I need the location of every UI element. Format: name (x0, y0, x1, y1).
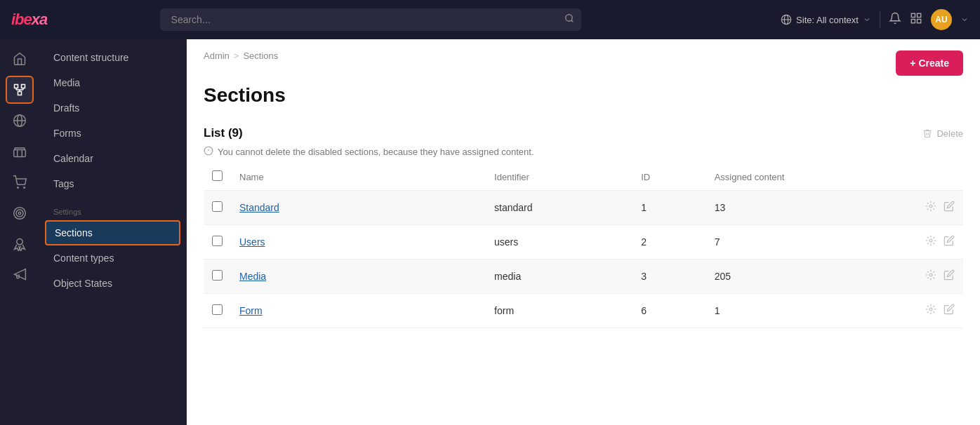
svg-rect-7 (911, 19, 915, 22)
sidebar-item-drafts[interactable]: Drafts (39, 95, 186, 121)
sidebar-icon-target[interactable] (6, 199, 34, 227)
svg-point-21 (24, 187, 25, 189)
row-assign-icon[interactable] (925, 304, 936, 318)
svg-line-1 (571, 20, 573, 22)
svg-rect-10 (22, 85, 25, 88)
avatar[interactable]: AU (931, 9, 952, 30)
row-edit-icon[interactable] (943, 269, 955, 283)
row-actions-cell (853, 225, 963, 259)
sidebar-item-calendar[interactable]: Calendar (39, 146, 186, 171)
sidebar-icon-home[interactable] (6, 45, 34, 73)
delete-button[interactable]: Delete (922, 128, 963, 139)
sidebar-icon-structure[interactable] (6, 76, 34, 104)
warning-text: You cannot delete the disabled sections,… (218, 147, 534, 157)
row-checkbox-cell (204, 225, 231, 259)
row-checkbox[interactable] (212, 201, 223, 212)
list-section: List (9) Delete You cannot delete the di… (204, 118, 963, 328)
sidebar-item-content-structure[interactable]: Content structure (39, 45, 186, 70)
sidebar-item-content-types[interactable]: Content types (39, 245, 186, 271)
th-assigned-content: Assigned content (706, 163, 853, 191)
search-input[interactable] (160, 8, 581, 31)
row-assigned-content: 13 (706, 191, 853, 225)
svg-point-29 (929, 205, 932, 208)
row-name-link[interactable]: Standard (239, 202, 279, 213)
row-id: 1 (633, 191, 706, 225)
svg-rect-9 (15, 85, 18, 88)
svg-rect-5 (911, 13, 915, 17)
bell-icon[interactable] (889, 12, 901, 28)
breadcrumb-admin[interactable]: Admin (204, 50, 230, 61)
row-assigned-content: 1 (706, 294, 853, 328)
row-checkbox-cell (204, 191, 231, 225)
th-identifier: Identifier (486, 163, 633, 191)
row-name-link[interactable]: Form (239, 305, 263, 316)
row-name-link[interactable]: Media (239, 271, 266, 282)
sidebar-icon-globe[interactable] (6, 107, 34, 135)
sidebar-item-tags[interactable]: Tags (39, 171, 186, 196)
content-area: Admin > Sections + Create Sections List … (187, 39, 980, 425)
sidebar-item-object-states[interactable]: Object States (39, 271, 186, 296)
site-context-selector[interactable]: Site: All context (781, 14, 871, 25)
row-id: 3 (633, 259, 706, 294)
breadcrumb: Admin > Sections (204, 50, 278, 61)
row-identifier: media (486, 259, 633, 294)
svg-point-31 (929, 274, 932, 276)
warning-icon (204, 146, 213, 158)
trash-icon (922, 128, 932, 138)
row-identifier: users (486, 225, 633, 259)
page-header: Sections (187, 76, 980, 118)
row-name: Standard (231, 191, 486, 225)
row-checkbox[interactable] (212, 270, 223, 281)
search-icon (564, 13, 574, 26)
table-row: Form form 6 1 (204, 294, 963, 328)
row-assigned-content: 7 (706, 225, 853, 259)
row-name: Users (231, 225, 486, 259)
sidebar-item-sections[interactable]: Sections (45, 220, 180, 245)
th-id: ID (633, 163, 706, 191)
table-row: Standard standard 1 13 (204, 191, 963, 225)
th-name: Name (231, 163, 486, 191)
svg-rect-19 (14, 150, 26, 157)
topbar-right: Site: All context AU (781, 9, 969, 30)
topbar-divider (880, 11, 880, 28)
th-checkbox (204, 163, 231, 191)
settings-section-label: Settings (39, 196, 186, 220)
row-edit-icon[interactable] (943, 235, 955, 249)
svg-rect-8 (917, 19, 920, 22)
sidebar-icon-badge[interactable] (6, 230, 34, 258)
svg-rect-11 (18, 92, 22, 95)
row-assign-icon[interactable] (925, 269, 936, 283)
text-sidebar: Content structure Media Drafts Forms Cal… (39, 39, 187, 425)
sidebar-icon-cart[interactable] (6, 168, 34, 196)
row-assign-icon[interactable] (925, 201, 936, 215)
row-assign-icon[interactable] (925, 235, 936, 249)
row-checkbox[interactable] (212, 236, 223, 246)
sidebar-item-forms[interactable]: Forms (39, 121, 186, 146)
sidebar-item-media[interactable]: Media (39, 70, 186, 95)
row-assigned-content: 205 (706, 259, 853, 294)
svg-point-24 (18, 212, 20, 214)
row-name-link[interactable]: Users (239, 236, 265, 248)
row-actions-cell (853, 294, 963, 328)
row-edit-icon[interactable] (943, 201, 955, 215)
row-checkbox[interactable] (212, 304, 223, 315)
row-id: 6 (633, 294, 706, 328)
row-edit-icon[interactable] (943, 304, 955, 318)
icon-sidebar (0, 39, 39, 425)
th-actions (853, 163, 963, 191)
topbar: ibexa Site: All context AU (0, 0, 980, 39)
table-row: Media media 3 205 (204, 259, 963, 294)
main-layout: Content structure Media Drafts Forms Cal… (0, 39, 980, 425)
create-button[interactable]: + Create (896, 50, 963, 76)
list-header: List (9) Delete (204, 118, 963, 146)
sidebar-icon-megaphone[interactable] (6, 261, 34, 289)
row-name: Form (231, 294, 486, 328)
sidebar-icon-shop[interactable] (6, 137, 34, 166)
select-all-checkbox[interactable] (212, 170, 223, 181)
table-row: Users users 2 7 (204, 225, 963, 259)
svg-point-22 (14, 208, 26, 220)
svg-point-32 (929, 308, 932, 311)
chevron-down-icon (863, 15, 871, 24)
grid-icon[interactable] (910, 12, 922, 28)
row-checkbox-cell (204, 259, 231, 294)
